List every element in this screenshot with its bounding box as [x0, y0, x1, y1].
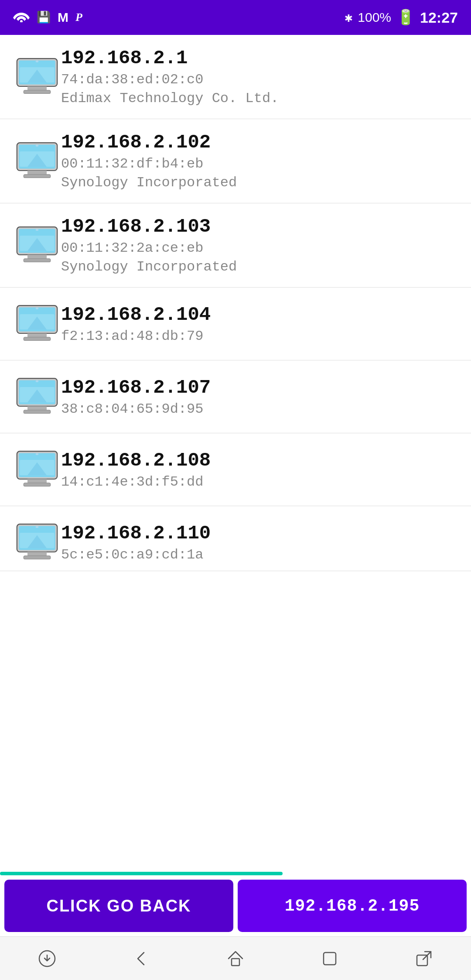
download-nav-icon[interactable]	[38, 949, 57, 968]
device-item[interactable]: 192.168.2.102 00:11:32:df:b4:eb Synology…	[0, 119, 471, 203]
svg-rect-46	[27, 552, 47, 556]
device-item[interactable]: 192.168.2.1 74:da:38:ed:02:c0 Edimax Tec…	[0, 35, 471, 119]
device-item[interactable]: 192.168.2.107 38:c8:04:65:9d:95	[0, 360, 471, 433]
device-mac: 5c:e5:0c:a9:cd:1a	[61, 547, 211, 563]
svg-point-17	[36, 229, 39, 231]
device-ip: 192.168.2.1	[61, 47, 279, 69]
device-ip: 192.168.2.104	[61, 304, 211, 326]
device-info: 192.168.2.103 00:11:32:2a:ce:eb Synology…	[61, 216, 237, 275]
svg-rect-11	[27, 171, 47, 175]
bluetooth-icon: ✱	[345, 10, 352, 26]
device-mac: 00:11:32:2a:ce:eb	[61, 240, 237, 256]
device-info: 192.168.2.1 74:da:38:ed:02:c0 Edimax Tec…	[61, 47, 279, 106]
computer-icon	[13, 221, 61, 269]
ip-button[interactable]: 192.168.2.195	[238, 880, 467, 932]
svg-rect-47	[24, 556, 51, 559]
device-ip: 192.168.2.103	[61, 216, 237, 237]
device-mac: 38:c8:04:65:9d:95	[61, 401, 211, 417]
device-info: 192.168.2.102 00:11:32:df:b4:eb Synology…	[61, 131, 237, 191]
home-nav-icon[interactable]	[226, 949, 245, 968]
svg-rect-32	[27, 406, 47, 410]
computer-icon	[13, 445, 61, 493]
computer-icon	[13, 373, 61, 421]
device-item[interactable]: 192.168.2.103 00:11:32:2a:ce:eb Synology…	[0, 203, 471, 288]
status-right-icons: ✱ 100% 🔋 12:27	[345, 8, 458, 27]
device-ip: 192.168.2.102	[61, 131, 237, 153]
gmail-icon: M	[58, 10, 68, 25]
svg-rect-18	[27, 255, 47, 259]
status-left-icons: 💾 M P	[13, 9, 82, 26]
svg-point-3	[36, 61, 39, 62]
svg-rect-39	[27, 479, 47, 483]
sd-card-icon: 💾	[37, 10, 51, 24]
svg-point-38	[36, 453, 39, 455]
svg-point-0	[20, 20, 23, 22]
device-ip: 192.168.2.107	[61, 377, 211, 398]
go-back-button[interactable]: CLICK GO BACK	[4, 880, 233, 932]
svg-rect-19	[24, 259, 51, 262]
share-nav-icon[interactable]	[414, 949, 433, 968]
svg-point-10	[36, 145, 39, 147]
device-info: 192.168.2.104 f2:13:ad:48:db:79	[61, 304, 211, 344]
svg-point-31	[36, 380, 39, 382]
device-item[interactable]: 192.168.2.108 14:c1:4e:3d:f5:dd	[0, 433, 471, 506]
device-ip: 192.168.2.110	[61, 522, 211, 544]
battery-icon: 🔋	[396, 8, 415, 27]
device-mac: 00:11:32:df:b4:eb	[61, 156, 237, 172]
back-nav-icon[interactable]	[132, 949, 151, 968]
device-mac: 74:da:38:ed:02:c0	[61, 72, 279, 88]
svg-rect-12	[24, 175, 51, 178]
navigation-bar	[0, 936, 471, 980]
device-list: 192.168.2.1 74:da:38:ed:02:c0 Edimax Tec…	[0, 35, 471, 875]
status-bar: 💾 M P ✱ 100% 🔋 12:27	[0, 0, 471, 35]
svg-point-45	[36, 526, 39, 528]
battery-percentage: 100%	[358, 10, 391, 25]
device-ip: 192.168.2.108	[61, 449, 211, 471]
device-vendor: Synology Incorporated	[61, 175, 237, 191]
device-info: 192.168.2.110 5c:e5:0c:a9:cd:1a	[61, 522, 211, 563]
svg-rect-40	[24, 483, 51, 487]
svg-rect-26	[24, 337, 51, 341]
svg-rect-52	[324, 953, 336, 965]
device-info: 192.168.2.108 14:c1:4e:3d:f5:dd	[61, 449, 211, 490]
pocket-icon: P	[75, 11, 82, 24]
svg-rect-33	[24, 410, 51, 414]
device-vendor: Synology Incorporated	[61, 259, 237, 275]
svg-rect-25	[27, 333, 47, 337]
svg-rect-4	[27, 86, 47, 90]
svg-rect-5	[24, 90, 51, 94]
svg-point-24	[36, 308, 39, 309]
device-mac: f2:13:ad:48:db:79	[61, 328, 211, 344]
computer-icon	[13, 137, 61, 185]
computer-icon	[13, 518, 61, 566]
computer-icon	[13, 300, 61, 348]
computer-icon	[13, 53, 61, 101]
recents-nav-icon[interactable]	[320, 949, 339, 968]
scroll-indicator	[0, 872, 283, 875]
bottom-buttons: CLICK GO BACK 192.168.2.195	[0, 875, 471, 936]
status-time: 12:27	[420, 9, 458, 26]
wifi-icon	[13, 9, 30, 26]
device-info: 192.168.2.107 38:c8:04:65:9d:95	[61, 377, 211, 417]
device-item[interactable]: 192.168.2.110 5c:e5:0c:a9:cd:1a	[0, 506, 471, 571]
device-mac: 14:c1:4e:3d:f5:dd	[61, 474, 211, 490]
svg-rect-51	[232, 959, 239, 966]
device-vendor: Edimax Technology Co. Ltd.	[61, 90, 279, 106]
device-item[interactable]: 192.168.2.104 f2:13:ad:48:db:79	[0, 288, 471, 360]
